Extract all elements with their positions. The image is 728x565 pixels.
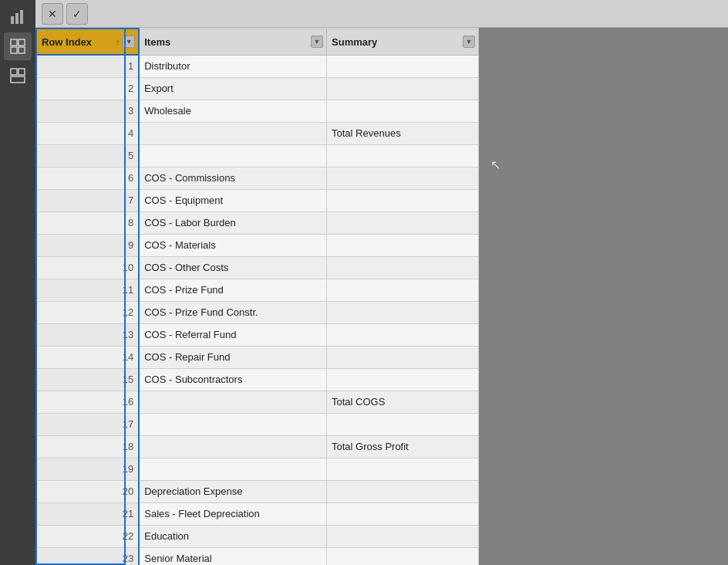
table-row-summary[interactable] xyxy=(327,368,479,391)
table-row-num[interactable]: 20 xyxy=(36,480,139,502)
table-row-summary[interactable] xyxy=(327,189,479,211)
row-index-header[interactable]: Row Index ↑ ▼ xyxy=(36,29,139,55)
table-row-item[interactable] xyxy=(139,413,326,435)
close-button[interactable]: ✕ xyxy=(42,3,63,25)
table-row-item[interactable] xyxy=(139,458,326,480)
table-row: 11COS - Prize Fund xyxy=(36,279,479,301)
table-row-item[interactable] xyxy=(139,122,326,144)
table-row-summary[interactable] xyxy=(327,480,479,502)
table-row-item[interactable]: COS - Other Costs xyxy=(139,256,326,279)
table-row: 4Total Revenues xyxy=(36,122,479,144)
table-row: 16Total COGS xyxy=(36,391,479,413)
table-row-summary[interactable]: Total Gross Profit xyxy=(327,435,479,458)
table-row-summary[interactable] xyxy=(327,525,479,547)
table-row-item[interactable]: Wholesale xyxy=(139,100,326,122)
items-filter-icon[interactable]: ▼ xyxy=(311,36,323,48)
sort-icon: ↑ xyxy=(116,38,120,46)
table-row-num[interactable]: 12 xyxy=(36,301,139,323)
table-row-num[interactable]: 14 xyxy=(36,346,139,368)
table-row-summary[interactable] xyxy=(327,547,479,565)
table-row: 6COS - Commissions xyxy=(36,167,479,189)
table-row: 10COS - Other Costs xyxy=(36,256,479,279)
chart-sidebar-icon[interactable] xyxy=(4,3,32,31)
table-row-item[interactable]: COS - Repair Fund xyxy=(139,346,326,368)
table-row-summary[interactable] xyxy=(327,256,479,279)
toolbar: ✕ ✓ xyxy=(35,0,728,28)
table-row-num[interactable]: 18 xyxy=(36,435,139,458)
table-row-item[interactable]: COS - Commissions xyxy=(139,167,326,189)
table-row-num[interactable]: 2 xyxy=(36,77,139,100)
table-row: 1Distributor xyxy=(36,55,479,77)
svg-rect-7 xyxy=(11,69,17,75)
summary-header[interactable]: Summary ▼ xyxy=(327,29,479,55)
table-row-summary[interactable] xyxy=(327,211,479,234)
table-row-summary[interactable] xyxy=(327,502,479,525)
table-row-item[interactable]: COS - Subcontractors xyxy=(139,368,326,391)
table-row-item[interactable]: COS - Referral Fund xyxy=(139,323,326,346)
table-row-num[interactable]: 9 xyxy=(36,234,139,256)
table-row-num[interactable]: 10 xyxy=(36,256,139,279)
table-row-summary[interactable] xyxy=(327,346,479,368)
table-row-num[interactable]: 19 xyxy=(36,458,139,480)
table-row-num[interactable]: 3 xyxy=(36,100,139,122)
table-row-item[interactable]: Depreciation Expense xyxy=(139,480,326,502)
table-row-num[interactable]: 1 xyxy=(36,55,139,77)
table-row-summary[interactable] xyxy=(327,55,479,77)
table-row-num[interactable]: 11 xyxy=(36,279,139,301)
table-row-item[interactable]: COS - Prize Fund xyxy=(139,279,326,301)
table-row-summary[interactable] xyxy=(327,167,479,189)
table-row-num[interactable]: 22 xyxy=(36,525,139,547)
table-row-summary[interactable] xyxy=(327,323,479,346)
table-row-num[interactable]: 21 xyxy=(36,502,139,525)
table-row: 15COS - Subcontractors xyxy=(36,368,479,391)
svg-rect-3 xyxy=(11,39,17,46)
svg-rect-4 xyxy=(19,39,25,46)
table-row-item[interactable]: COS - Labor Burden xyxy=(139,211,326,234)
table-row-item[interactable]: Education xyxy=(139,525,326,547)
table-row-summary[interactable]: Total COGS xyxy=(327,391,479,413)
table-row-num[interactable]: 8 xyxy=(36,211,139,234)
table-row-item[interactable]: Export xyxy=(139,77,326,100)
table-row-item[interactable] xyxy=(139,435,326,458)
table-row-item[interactable]: COS - Prize Fund Constr. xyxy=(139,301,326,323)
table-row-item[interactable]: COS - Materials xyxy=(139,234,326,256)
table-row-summary[interactable] xyxy=(327,458,479,480)
table-row-num[interactable]: 4 xyxy=(36,122,139,144)
table-row-summary[interactable] xyxy=(327,100,479,122)
table-row: 18Total Gross Profit xyxy=(36,435,479,458)
table-row-num[interactable]: 5 xyxy=(36,144,139,167)
table-row-item[interactable]: COS - Equipment xyxy=(139,189,326,211)
svg-rect-9 xyxy=(11,76,25,83)
table-row-item[interactable]: Distributor xyxy=(139,55,326,77)
table-row-item[interactable] xyxy=(139,391,326,413)
table-row-summary[interactable]: Total Revenues xyxy=(327,122,479,144)
table-row-item[interactable]: Senior Material xyxy=(139,547,326,565)
table-row-num[interactable]: 16 xyxy=(36,391,139,413)
row-index-filter-icon[interactable]: ▼ xyxy=(123,36,135,48)
table-row-summary[interactable] xyxy=(327,77,479,100)
table-row-summary[interactable] xyxy=(327,301,479,323)
table-row: 14COS - Repair Fund xyxy=(36,346,479,368)
table-row-summary[interactable] xyxy=(327,279,479,301)
table-row-num[interactable]: 23 xyxy=(36,547,139,565)
table-row: 5 xyxy=(36,144,479,167)
table-row-item[interactable]: Sales - Fleet Depreciation xyxy=(139,502,326,525)
table-row-summary[interactable] xyxy=(327,144,479,167)
table-row-num[interactable]: 15 xyxy=(36,368,139,391)
table-row-num[interactable]: 13 xyxy=(36,323,139,346)
table-row: 3Wholesale xyxy=(36,100,479,122)
summary-filter-icon[interactable]: ▼ xyxy=(463,36,475,48)
sidebar xyxy=(0,0,35,565)
main-area: ✕ ✓ Row Index ↑ ▼ Items ▼ Summary xyxy=(35,0,728,565)
table-row: 19 xyxy=(36,458,479,480)
grid-sidebar-icon[interactable] xyxy=(4,32,32,60)
table-row-num[interactable]: 7 xyxy=(36,189,139,211)
confirm-button[interactable]: ✓ xyxy=(66,3,88,25)
table-row-summary[interactable] xyxy=(327,234,479,256)
items-header[interactable]: Items ▼ xyxy=(139,29,326,55)
component-sidebar-icon[interactable] xyxy=(4,62,32,90)
table-row-item[interactable] xyxy=(139,144,326,167)
table-row-num[interactable]: 6 xyxy=(36,167,139,189)
table-row-num[interactable]: 17 xyxy=(36,413,139,435)
table-row-summary[interactable] xyxy=(327,413,479,435)
